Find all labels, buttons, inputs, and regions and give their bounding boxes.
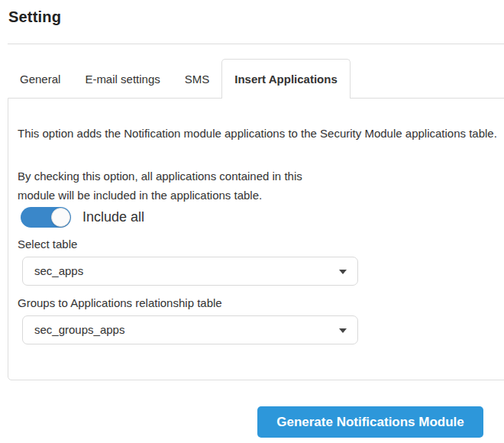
tab-general-label: General: [20, 73, 60, 86]
tab-email-settings[interactable]: E-mail settings: [73, 59, 172, 99]
generate-notifications-label: Generate Notifications Module: [276, 415, 464, 430]
insert-applications-panel: This option adds the Notification module…: [8, 98, 504, 380]
panel-note: By checking this option, all application…: [18, 167, 321, 205]
chevron-down-icon: [339, 328, 347, 333]
generate-notifications-button[interactable]: Generate Notifications Module: [257, 406, 483, 438]
tab-sms-label: SMS: [185, 73, 210, 86]
tab-general[interactable]: General: [8, 59, 73, 99]
relationship-table-label: Groups to Applications relationship tabl…: [18, 296, 222, 309]
include-all-toggle[interactable]: [21, 207, 71, 228]
tab-bar: General E-mail settings SMS Insert Appli…: [8, 59, 351, 99]
relationship-table-value: sec_groups_apps: [34, 316, 124, 344]
toggle-knob-icon: [51, 208, 70, 227]
chevron-down-icon: [339, 270, 347, 274]
tab-insert-applications[interactable]: Insert Applications: [221, 59, 350, 99]
tab-email-settings-label: E-mail settings: [85, 73, 160, 86]
tab-insert-applications-label: Insert Applications: [234, 73, 337, 86]
relationship-table-dropdown[interactable]: sec_groups_apps: [22, 315, 358, 344]
include-all-label: Include all: [82, 207, 144, 228]
select-table-value: sec_apps: [34, 257, 83, 285]
tab-sms[interactable]: SMS: [173, 59, 222, 99]
page-title: Setting: [8, 8, 61, 26]
select-table-dropdown[interactable]: sec_apps: [22, 257, 358, 286]
select-table-label: Select table: [18, 238, 77, 251]
title-divider: [8, 44, 504, 44]
panel-description: This option adds the Notification module…: [18, 124, 499, 143]
settings-page: Setting General E-mail settings SMS Inse…: [0, 0, 504, 443]
